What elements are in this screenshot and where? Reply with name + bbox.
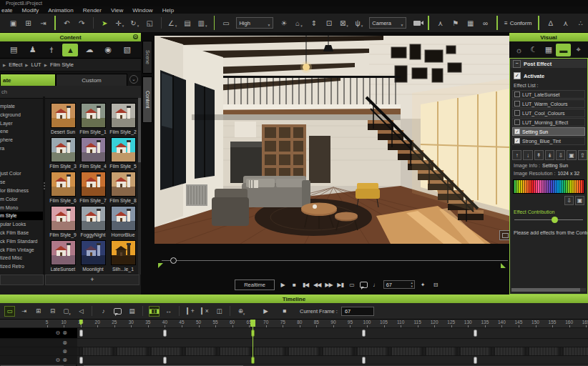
note-track-icon[interactable]: ♪ <box>98 306 109 317</box>
lut-item[interactable]: HorrorBlue <box>108 206 138 237</box>
category-item[interactable]: tized Misc <box>0 254 43 262</box>
slider-knob[interactable] <box>552 217 558 223</box>
track-remove-icon[interactable]: ⊖ <box>56 357 61 363</box>
category-item[interactable]: ene <box>0 127 43 136</box>
render-image[interactable] <box>155 36 509 244</box>
loop-button[interactable]: ▭ <box>348 280 356 289</box>
category-item[interactable]: se <box>0 178 43 187</box>
lut-item[interactable]: Film Style_7 <box>78 172 108 203</box>
note-button[interactable] <box>360 280 368 289</box>
weather-icon[interactable]: ☁ <box>82 44 97 56</box>
effect-checkbox[interactable] <box>514 119 520 125</box>
effect-item[interactable]: LUT_Morning_Effect <box>512 118 585 127</box>
camera-dropdown[interactable]: Camera▼ <box>369 17 406 29</box>
export-button[interactable]: ⇧ <box>578 150 587 160</box>
delete-frame-icon[interactable]: ▎× <box>200 306 210 317</box>
viewport-render[interactable] <box>155 36 509 244</box>
media-icon[interactable]: ◉ <box>100 44 116 56</box>
flag-icon[interactable]: ⚑ <box>450 17 461 29</box>
remove-clip-icon[interactable]: ⊟ <box>47 306 58 317</box>
track-lane[interactable] <box>77 347 588 355</box>
export-video-button[interactable]: ⊟ <box>432 280 439 289</box>
move-up-button[interactable]: ↑ <box>512 150 521 160</box>
lut-item[interactable]: Silh...le_1 <box>108 240 138 272</box>
menu-help[interactable]: Help <box>162 7 174 14</box>
lut-thumbnail[interactable] <box>81 137 106 162</box>
breadcrumb-item[interactable]: Effect <box>9 61 22 68</box>
menu-render[interactable]: Render <box>83 7 102 14</box>
lut-thumbnail[interactable] <box>51 103 76 128</box>
track-mute-icon[interactable]: ⊗ <box>62 357 67 363</box>
render-settings-button[interactable]: ✦ <box>419 280 426 289</box>
track-mute-icon[interactable]: ⊗ <box>62 330 67 336</box>
import-lut-button[interactable]: ⇩ <box>564 196 574 205</box>
link-icon[interactable]: ∞ <box>480 17 491 29</box>
playhead-cap[interactable] <box>250 320 255 327</box>
media-pill-icon[interactable]: ▢▾ <box>62 306 72 317</box>
effect-checkbox[interactable] <box>514 110 520 116</box>
lut-thumbnail[interactable] <box>111 240 136 265</box>
save-icon[interactable]: ▣ <box>8 17 19 29</box>
lut-item[interactable]: Moonlight <box>78 240 108 272</box>
effect-item[interactable]: LUT_LateSunset <box>512 90 585 99</box>
menu-modify[interactable]: Modify <box>22 7 39 14</box>
scale-icon[interactable]: ◱ <box>144 17 155 29</box>
breadcrumb-item[interactable]: Film Style <box>50 61 74 68</box>
lut-item[interactable]: Film Style_8 <box>108 172 138 203</box>
duplicate-frame-icon[interactable]: ◫ <box>214 306 225 317</box>
scrubber-knob[interactable] <box>170 257 177 264</box>
category-item[interactable]: just Color <box>0 169 43 178</box>
keyframe-marker[interactable] <box>163 330 167 337</box>
keyframe-marker[interactable] <box>362 330 366 337</box>
tab-ate[interactable]: ate <box>0 74 56 86</box>
category-item[interactable]: ck Film Vintage <box>0 246 43 254</box>
track-mute-icon[interactable]: ⊗ <box>62 340 67 346</box>
keyframe-marker[interactable] <box>474 357 477 364</box>
side-tab-scene[interactable]: Scene <box>142 41 152 74</box>
track-header[interactable]: ⊗ <box>0 339 77 347</box>
effect-item[interactable]: ✓Strong_Blue_Tint <box>512 137 585 145</box>
keyframe-marker[interactable] <box>362 357 366 364</box>
zoom-icon[interactable]: ⊕▾ <box>236 306 247 317</box>
effect-item[interactable]: LUT_Cool_Colours <box>512 109 585 117</box>
comment-icon[interactable] <box>112 306 123 317</box>
import-button[interactable]: ⇩ <box>556 150 565 160</box>
post-effect-section-header[interactable]: − Post Effect <box>511 59 587 68</box>
effect-item[interactable]: LUT_Warm_Colours <box>512 99 585 108</box>
activate-checkbox[interactable]: ✓ <box>514 72 521 79</box>
lut-thumbnail[interactable] <box>81 103 106 128</box>
effect-checkbox[interactable]: ✓ <box>514 129 520 134</box>
frame-spinner[interactable]: ▲▼ <box>411 281 413 288</box>
lut-thumbnail[interactable] <box>81 206 106 231</box>
next-frame-button[interactable]: ▶▶ <box>325 280 332 289</box>
save-button[interactable]: ▣ <box>567 150 576 160</box>
category-item[interactable]: phere <box>0 136 43 144</box>
keyframe-marker[interactable] <box>163 357 167 364</box>
lut-thumbnail[interactable] <box>111 206 136 231</box>
lut-item[interactable]: Film Style_5 <box>108 137 138 169</box>
effect-checkbox[interactable] <box>514 101 520 107</box>
lut-item[interactable]: Film Style_9 <box>48 206 78 237</box>
image-icon[interactable]: ▲ <box>62 44 78 56</box>
lut-thumbnail[interactable] <box>51 206 76 231</box>
move-icon[interactable]: ✛▾ <box>114 17 125 29</box>
effect-checkbox[interactable] <box>514 92 520 97</box>
go-end-button[interactable]: ▶▮ <box>337 280 344 289</box>
scrubber-start-marker[interactable] <box>158 263 163 268</box>
video-camera-icon[interactable] <box>411 17 422 29</box>
current-frame-field[interactable]: 67 <box>341 307 374 316</box>
screen-icon[interactable]: ▦ <box>542 44 557 56</box>
play-button[interactable]: ▶ <box>260 306 271 317</box>
lut-item[interactable]: LateSunset <box>48 240 78 272</box>
lut-thumbnail[interactable] <box>51 240 76 265</box>
clip-icon[interactable]: ▭ <box>4 306 15 317</box>
category-item[interactable]: ck Film Standard <box>0 237 43 246</box>
visual-scrollbar[interactable] <box>511 288 586 292</box>
content-panel-header[interactable]: Content ⚙ <box>0 33 141 41</box>
keyframe-marker[interactable] <box>79 357 83 364</box>
lut-thumbnail[interactable] <box>51 137 76 162</box>
environment-icon[interactable]: ☼ <box>511 44 526 56</box>
move-bottom-button[interactable]: ↡ <box>545 150 554 160</box>
lut-item[interactable]: FoggyNight <box>78 206 108 237</box>
track-mute-icon[interactable]: ⊗ <box>62 349 67 355</box>
